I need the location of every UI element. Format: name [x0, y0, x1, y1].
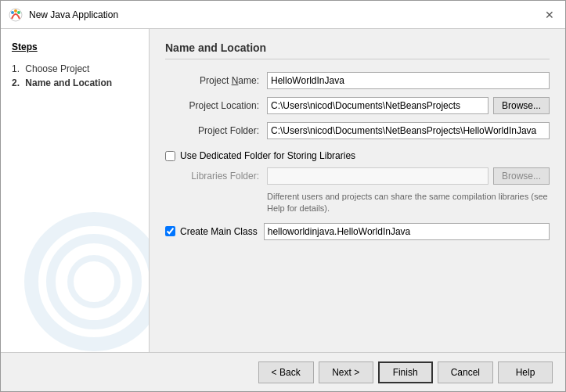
back-button[interactable]: < Back: [258, 361, 314, 383]
dedicated-folder-checkbox[interactable]: [165, 151, 175, 161]
svg-point-2: [17, 11, 20, 14]
main-class-row: Create Main Class: [165, 223, 550, 240]
dedicated-folder-row: Use Dedicated Folder for Storing Librari…: [165, 150, 550, 161]
content-area: Steps 1. Choose Project 2. Name and Loca…: [1, 29, 565, 352]
main-class-input[interactable]: [264, 223, 550, 240]
title-bar-left: New Java Application: [9, 8, 118, 22]
footer: < Back Next > Finish Cancel Help: [1, 352, 565, 391]
next-button[interactable]: Next >: [319, 361, 373, 383]
window-title: New Java Application: [29, 9, 118, 20]
step-2-label: Name and Location: [25, 77, 112, 88]
section-title: Name and Location: [165, 41, 550, 59]
libraries-folder-row: Libraries Folder: Browse...: [181, 167, 550, 185]
project-location-browse-button[interactable]: Browse...: [493, 97, 550, 114]
steps-list: 1. Choose Project 2. Name and Location: [12, 62, 138, 90]
sidebar-heading: Steps: [12, 41, 138, 52]
project-name-label: Project Name:: [165, 75, 267, 86]
step-2: 2. Name and Location: [12, 76, 138, 90]
hint-text: Different users and projects can share t…: [267, 191, 550, 215]
dedicated-folder-label[interactable]: Use Dedicated Folder for Storing Librari…: [180, 150, 355, 161]
dialog-window: New Java Application ✕ Steps 1. Choose P…: [0, 0, 566, 392]
step-1: 1. Choose Project: [12, 62, 138, 76]
project-name-row: Project Name:: [165, 72, 550, 89]
libraries-section: Libraries Folder: Browse...: [181, 167, 550, 185]
finish-button[interactable]: Finish: [378, 361, 433, 383]
sidebar: Steps 1. Choose Project 2. Name and Loca…: [1, 29, 150, 352]
project-location-label: Project Location:: [165, 100, 267, 111]
main-panel: Name and Location Project Name: Project …: [150, 29, 565, 352]
step-1-number: 1.: [12, 63, 20, 74]
step-2-number: 2.: [12, 77, 20, 88]
svg-point-6: [70, 258, 117, 305]
svg-point-3: [14, 9, 17, 13]
create-main-class-label[interactable]: Create Main Class: [180, 226, 258, 237]
project-name-input[interactable]: [267, 72, 550, 89]
project-folder-row: Project Folder:: [165, 122, 550, 139]
cancel-button[interactable]: Cancel: [438, 361, 493, 383]
libraries-folder-input[interactable]: [267, 167, 488, 185]
sidebar-watermark: [23, 211, 150, 352]
svg-point-1: [11, 11, 14, 14]
help-button[interactable]: Help: [498, 361, 553, 383]
libraries-browse-button[interactable]: Browse...: [493, 167, 550, 185]
project-location-input[interactable]: [267, 97, 488, 114]
close-button[interactable]: ✕: [542, 7, 557, 23]
create-main-class-checkbox[interactable]: [165, 226, 175, 236]
libraries-folder-label: Libraries Folder:: [181, 171, 267, 182]
project-folder-input[interactable]: [267, 122, 550, 139]
project-location-row: Project Location: Browse...: [165, 97, 550, 114]
project-folder-label: Project Folder:: [165, 125, 267, 136]
step-1-label: Choose Project: [25, 63, 89, 74]
svg-point-5: [51, 239, 137, 325]
title-bar: New Java Application ✕: [1, 1, 565, 29]
app-icon: [9, 8, 23, 22]
